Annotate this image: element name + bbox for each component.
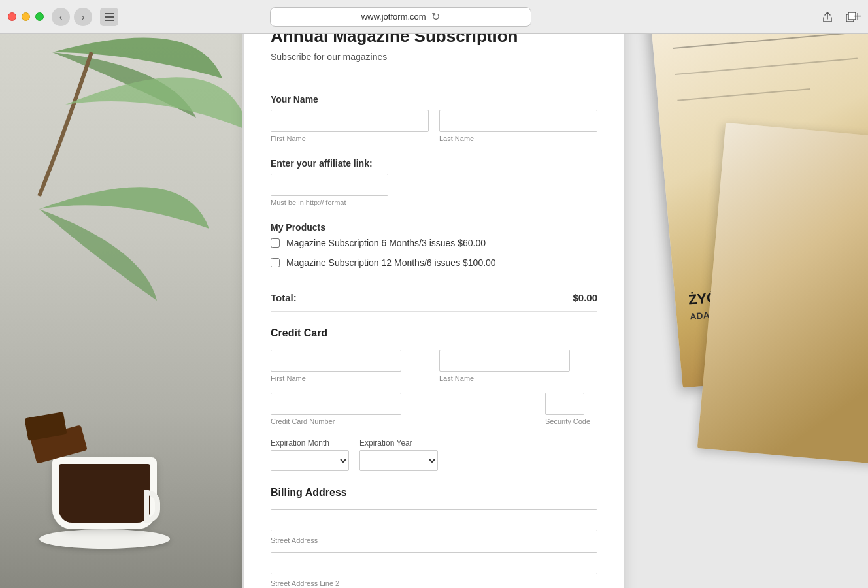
cc-security-col: Security Code bbox=[545, 393, 597, 425]
cc-number-label: Credit Card Number bbox=[271, 417, 535, 425]
product2-label[interactable]: Magazine Subscription 12 Months/6 issues… bbox=[286, 257, 496, 268]
product1-item: Magazine Subscription 6 Months/3 issues … bbox=[271, 238, 597, 248]
products-label: My Products bbox=[271, 222, 597, 233]
affiliate-group: Enter your affiliate link: Must be in ht… bbox=[271, 158, 597, 206]
svg-rect-0 bbox=[105, 13, 114, 14]
expiry-year-select[interactable]: 2024 2025 2026 2027 2028 2029 2030 2031 bbox=[359, 450, 438, 471]
back-button[interactable]: ‹ bbox=[52, 8, 70, 26]
cc-number-input[interactable] bbox=[271, 393, 401, 415]
affiliate-label: Enter your affiliate link: bbox=[271, 158, 597, 169]
cc-security-input[interactable] bbox=[545, 393, 584, 415]
expiry-month-select[interactable]: January February March April May June Ju… bbox=[271, 450, 349, 471]
street-label: Street Address bbox=[271, 536, 597, 544]
billing-title: Billing Address bbox=[271, 487, 597, 498]
first-name-label: First Name bbox=[271, 135, 429, 142]
product1-checkbox[interactable] bbox=[271, 238, 280, 248]
cc-first-col: First Name bbox=[271, 350, 429, 382]
plant-decoration bbox=[0, 0, 242, 327]
cc-last-name-input[interactable] bbox=[439, 350, 570, 372]
expiry-year-label: Expiration Year bbox=[359, 438, 438, 448]
form-card: Annual Magazine Subscription Subscribe f… bbox=[244, 0, 624, 588]
product2-checkbox[interactable] bbox=[271, 258, 280, 267]
total-value: $0.00 bbox=[573, 292, 597, 303]
url-text: www.jotform.com bbox=[361, 12, 426, 22]
cc-number-row: Credit Card Number Security Code bbox=[271, 393, 597, 425]
your-name-label: Your Name bbox=[271, 94, 597, 105]
total-row: Total: $0.00 bbox=[271, 284, 597, 312]
expiry-row: Expiration Month January February March … bbox=[271, 436, 597, 471]
product2-item: Magazine Subscription 12 Months/6 issues… bbox=[271, 257, 597, 268]
share-icon bbox=[822, 11, 833, 23]
products-group: My Products Magazine Subscription 6 Mont… bbox=[271, 222, 597, 268]
svg-rect-1 bbox=[105, 16, 114, 18]
street2-group: Street Address Line 2 bbox=[271, 552, 597, 587]
titlebar: ‹ › www.jotform.com ↻ bbox=[0, 0, 868, 34]
cc-last-col: Last Name bbox=[439, 350, 597, 382]
product1-label[interactable]: Magazine Subscription 6 Months/3 issues … bbox=[286, 238, 486, 248]
last-name-label: Last Name bbox=[439, 135, 597, 142]
maximize-button[interactable] bbox=[35, 12, 44, 21]
credit-card-section: Credit Card First Name Last Name bbox=[271, 327, 597, 471]
minimize-button[interactable] bbox=[22, 12, 30, 21]
forward-button[interactable]: › bbox=[74, 8, 92, 26]
svg-rect-2 bbox=[105, 20, 114, 21]
affiliate-hint: Must be in http:// format bbox=[271, 199, 597, 206]
form-subtitle: Subscribe for our magazines bbox=[271, 52, 597, 62]
expiry-month-label: Expiration Month bbox=[271, 438, 349, 448]
expiry-year-col: Expiration Year 2024 2025 2026 2027 2028… bbox=[359, 436, 438, 471]
traffic-lights bbox=[8, 12, 44, 21]
cc-first-name-input[interactable] bbox=[271, 350, 401, 372]
coffee-area bbox=[13, 379, 196, 588]
billing-section: Billing Address Street Address Street Ad… bbox=[271, 487, 597, 588]
street2-label: Street Address Line 2 bbox=[271, 580, 597, 587]
left-bg bbox=[0, 0, 242, 588]
total-label: Total: bbox=[271, 292, 297, 303]
nav-buttons: ‹ › bbox=[52, 8, 92, 26]
first-name-col: First Name bbox=[271, 110, 429, 142]
credit-card-title: Credit Card bbox=[271, 327, 597, 339]
last-name-col: Last Name bbox=[439, 110, 597, 142]
right-bg: ŻYĆ LAGOM? ADA 5 FILARÓW bbox=[620, 0, 868, 588]
expiry-month-col: Expiration Month January February March … bbox=[271, 436, 349, 471]
content-area: ŻYĆ LAGOM? ADA 5 FILARÓW Annual Magazine… bbox=[0, 0, 868, 588]
reload-icon: ↻ bbox=[431, 10, 440, 23]
last-name-input[interactable] bbox=[439, 110, 597, 132]
share-button[interactable] bbox=[818, 8, 837, 26]
new-tab-button[interactable]: + bbox=[847, 0, 868, 33]
forward-icon: › bbox=[82, 12, 85, 22]
cc-first-name-label: First Name bbox=[271, 374, 429, 382]
back-icon: ‹ bbox=[59, 12, 63, 22]
cc-security-label: Security Code bbox=[545, 417, 597, 425]
street2-input[interactable] bbox=[271, 552, 597, 574]
first-name-input[interactable] bbox=[271, 110, 429, 132]
affiliate-input[interactable] bbox=[271, 174, 388, 196]
your-name-group: Your Name First Name Last Name bbox=[271, 94, 597, 142]
cc-name-row: First Name Last Name bbox=[271, 350, 597, 382]
browser-window: ŻYĆ LAGOM? ADA 5 FILARÓW Annual Magazine… bbox=[0, 0, 868, 588]
sidebar-toggle-button[interactable] bbox=[100, 8, 118, 26]
sidebar-icon bbox=[105, 13, 114, 21]
close-button[interactable] bbox=[8, 12, 16, 21]
cc-number-col: Credit Card Number bbox=[271, 393, 535, 425]
cc-last-name-label: Last Name bbox=[439, 374, 597, 382]
reload-button[interactable]: ↻ bbox=[431, 10, 440, 23]
form-divider bbox=[271, 78, 597, 78]
address-bar[interactable]: www.jotform.com ↻ bbox=[270, 7, 531, 27]
name-row: First Name Last Name bbox=[271, 110, 597, 142]
street-address-input[interactable] bbox=[271, 509, 597, 531]
